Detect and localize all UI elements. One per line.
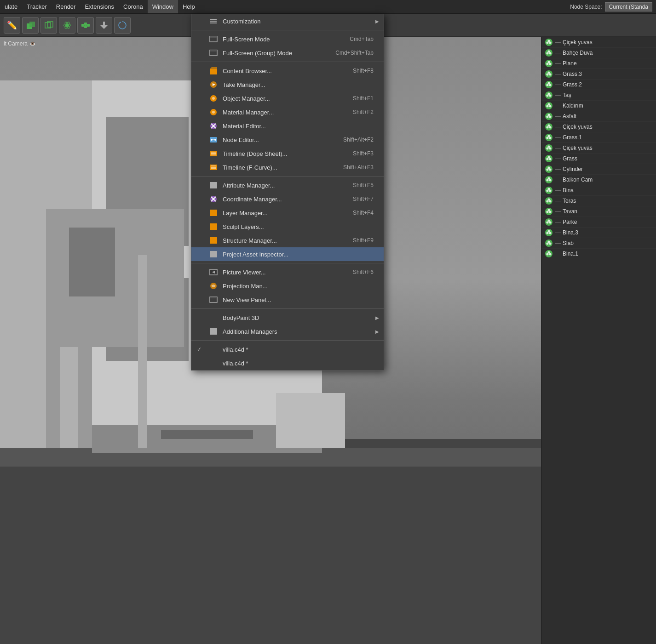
item-label: Attribute Manager... xyxy=(223,182,348,189)
svg-point-109 xyxy=(212,111,215,114)
item-icon xyxy=(209,94,218,103)
item-shortcut: Shift+F5 xyxy=(353,182,378,188)
dropdown-item[interactable]: Sculpt Layers... xyxy=(191,220,384,234)
item-label: Material Manager... xyxy=(223,109,348,116)
item-icon xyxy=(209,108,218,117)
svg-rect-126 xyxy=(210,182,213,188)
item-icon xyxy=(209,181,218,190)
item-label: Layer Manager... xyxy=(223,210,348,217)
dropdown-item[interactable]: villa.c4d * xyxy=(191,356,384,370)
dropdown-item[interactable]: Object Manager...Shift+F1 xyxy=(191,91,384,105)
item-label: Full-Screen (Group) Mode xyxy=(223,50,331,57)
item-shortcut: Shift+F4 xyxy=(353,210,378,216)
svg-rect-133 xyxy=(210,223,213,230)
dropdown-item[interactable]: Structure Manager...Shift+F9 xyxy=(191,234,384,247)
item-icon xyxy=(209,313,218,322)
svg-rect-103 xyxy=(210,69,217,74)
item-label: Full-Screen Mode xyxy=(223,36,345,43)
item-shortcut: Shift+F3 xyxy=(353,150,378,157)
item-shortcut: Shift+F8 xyxy=(353,68,378,74)
item-label: Additional Managers xyxy=(223,328,378,335)
item-label: Picture Viewer... xyxy=(223,269,348,276)
item-icon xyxy=(209,48,218,57)
item-icon xyxy=(209,222,218,231)
dropdown-item[interactable]: Projection Man... xyxy=(191,279,384,293)
svg-rect-97 xyxy=(210,21,217,22)
item-label: Take Manager... xyxy=(223,81,378,88)
item-shortcut: Shift+F6 xyxy=(353,269,378,275)
dropdown-item[interactable]: Additional Managers xyxy=(191,325,384,338)
item-shortcut: Shift+Alt+F3 xyxy=(343,164,378,171)
item-label: Object Manager... xyxy=(223,95,348,102)
svg-rect-100 xyxy=(210,36,217,38)
svg-rect-102 xyxy=(210,50,217,51)
dropdown-item[interactable]: Attribute Manager...Shift+F5 xyxy=(191,178,384,192)
svg-rect-98 xyxy=(210,23,217,23)
item-icon xyxy=(209,80,218,89)
item-label: Projection Man... xyxy=(223,283,378,290)
item-label: Sculpt Layers... xyxy=(223,223,378,230)
item-icon xyxy=(209,66,218,75)
dropdown-item[interactable]: Timeline (F-Curve)...Shift+Alt+F3 xyxy=(191,160,384,174)
item-shortcut: Shift+F2 xyxy=(353,109,378,115)
menu-separator xyxy=(191,176,384,177)
dropdown-item[interactable]: Timeline (Dope Sheet)...Shift+F3 xyxy=(191,147,384,160)
item-icon xyxy=(209,163,218,172)
menu-separator xyxy=(191,30,384,30)
item-shortcut: Cmd+Shift+Tab xyxy=(335,50,378,56)
menu-separator xyxy=(191,340,384,341)
dropdown-item[interactable]: Full-Screen ModeCmd+Tab xyxy=(191,32,384,46)
svg-point-114 xyxy=(211,139,213,141)
item-label: Content Browser... xyxy=(223,68,348,74)
item-icon xyxy=(209,208,218,217)
item-label: Timeline (Dope Sheet)... xyxy=(223,150,348,157)
dropdown-item[interactable]: New View Panel... xyxy=(191,293,384,307)
item-icon xyxy=(209,17,218,26)
item-label: villa.c4d * xyxy=(223,360,378,367)
item-label: Material Editor... xyxy=(223,123,378,130)
dropdown-item[interactable]: BodyPaint 3D xyxy=(191,311,384,325)
dropdown-item[interactable]: Full-Screen (Group) ModeCmd+Shift+Tab xyxy=(191,46,384,60)
dropdown-item[interactable]: Layer Manager...Shift+F4 xyxy=(191,206,384,220)
item-icon xyxy=(209,295,218,304)
dropdown-overlay: CustomizationFull-Screen ModeCmd+TabFull… xyxy=(0,0,656,644)
dropdown-item[interactable]: ✓villa.c4d * xyxy=(191,342,384,356)
item-icon xyxy=(209,268,218,277)
dropdown-item[interactable]: Material Editor... xyxy=(191,119,384,133)
dropdown-item[interactable]: Picture Viewer...Shift+F6 xyxy=(191,265,384,279)
svg-rect-135 xyxy=(210,237,213,244)
dropdown-item[interactable]: Take Manager... xyxy=(191,78,384,91)
dropdown-item[interactable]: Coordinate Manager...Shift+F7 xyxy=(191,192,384,206)
item-label: New View Panel... xyxy=(223,296,378,303)
item-shortcut: Cmd+Tab xyxy=(350,36,378,42)
window-dropdown: CustomizationFull-Screen ModeCmd+TabFull… xyxy=(191,14,384,370)
item-icon xyxy=(209,121,218,131)
item-icon xyxy=(209,135,218,144)
item-icon xyxy=(209,250,218,259)
svg-point-107 xyxy=(212,97,215,100)
menu-separator xyxy=(191,62,384,62)
item-icon xyxy=(209,194,218,204)
dropdown-item[interactable]: Content Browser...Shift+F8 xyxy=(191,64,384,78)
item-shortcut: Shift+F7 xyxy=(353,196,378,202)
menu-separator xyxy=(191,308,384,309)
checkmark: ✓ xyxy=(197,346,204,353)
svg-rect-131 xyxy=(210,210,213,216)
item-icon xyxy=(209,149,218,158)
item-label: Project Asset Inspector... xyxy=(223,251,378,258)
dropdown-item[interactable]: Material Manager...Shift+F2 xyxy=(191,105,384,119)
item-shortcut: Shift+Alt+F2 xyxy=(343,137,378,143)
item-label: Coordinate Manager... xyxy=(223,196,348,203)
dropdown-item[interactable]: Customization xyxy=(191,14,384,28)
item-icon xyxy=(209,236,218,245)
item-icon xyxy=(209,281,218,291)
menu-separator xyxy=(191,263,384,263)
dropdown-item[interactable]: Node Editor...Shift+Alt+F2 xyxy=(191,133,384,147)
item-label: Node Editor... xyxy=(223,137,339,143)
item-icon xyxy=(209,345,218,354)
svg-rect-142 xyxy=(210,297,217,298)
item-icon xyxy=(209,34,218,44)
item-label: BodyPaint 3D xyxy=(223,314,378,321)
svg-rect-96 xyxy=(210,19,217,20)
dropdown-item[interactable]: Project Asset Inspector... xyxy=(191,247,384,261)
